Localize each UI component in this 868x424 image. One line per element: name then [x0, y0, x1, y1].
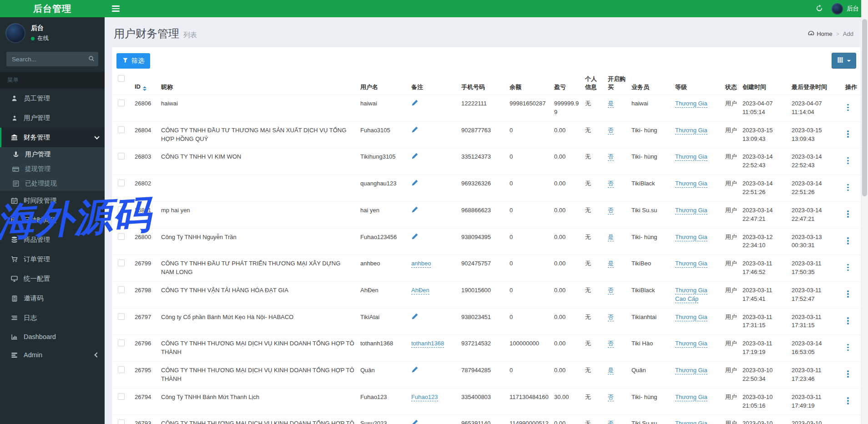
level-link[interactable]: Thương Gia [675, 234, 707, 241]
sidebar-item-timeslot-management[interactable]: 时间段管理 [0, 191, 105, 210]
breadcrumb-home-link[interactable]: Home [808, 30, 833, 38]
online-status-dot [31, 37, 35, 40]
note-link[interactable]: anhbeo [411, 260, 431, 268]
sidebar-item-dashboard[interactable]: Dashboard [0, 328, 105, 346]
row-actions-button[interactable] [845, 396, 851, 405]
level-link[interactable]: Thương Gia [675, 420, 707, 424]
row-checkbox[interactable] [118, 419, 125, 424]
search-input[interactable] [6, 52, 98, 66]
row-checkbox[interactable] [118, 126, 125, 133]
table-row: 26802quanghau12396932632600.00无否TikiBlac… [112, 175, 861, 202]
col-id[interactable]: ID [132, 71, 158, 95]
pencil-icon[interactable] [411, 180, 418, 189]
database-icon [10, 236, 19, 243]
row-checkbox[interactable] [118, 313, 125, 320]
row-checkbox[interactable] [118, 259, 125, 266]
purchase-toggle-link[interactable]: 否 [608, 314, 614, 321]
purchase-toggle-link[interactable]: 否 [608, 180, 614, 188]
sidebar-item-logs[interactable]: 日志 [0, 308, 105, 328]
pencil-icon[interactable] [411, 313, 418, 323]
cell-note: tothanh1368 [409, 335, 459, 362]
level-link[interactable]: Thương Gia [675, 260, 707, 268]
column-toggle-button[interactable] [832, 53, 856, 69]
purchase-toggle-link[interactable]: 是 [608, 234, 614, 241]
level-link[interactable]: Thương Gia [675, 100, 707, 108]
row-checkbox[interactable] [118, 180, 125, 186]
row-checkbox[interactable] [118, 206, 125, 213]
pencil-icon[interactable] [411, 419, 418, 424]
cell-purchase: 否 [605, 201, 629, 228]
sidebar-item-product-management[interactable]: 商品管理 [0, 230, 105, 249]
pencil-icon[interactable] [411, 366, 418, 376]
level-link[interactable]: Thương Gia [675, 367, 707, 374]
cell-profit: 0.00 [551, 308, 582, 335]
purchase-toggle-link[interactable]: 否 [608, 127, 614, 135]
purchase-toggle-link[interactable]: 否 [608, 340, 614, 348]
row-actions-button[interactable] [845, 343, 851, 352]
purchase-toggle-link[interactable]: 否 [608, 394, 614, 401]
level-link[interactable]: Thương Gia [675, 127, 707, 135]
pencil-icon[interactable] [411, 153, 418, 162]
purchase-toggle-link[interactable]: 否 [608, 153, 614, 161]
note-link[interactable]: AhĐen [411, 287, 429, 294]
note-link[interactable]: tothanh1368 [411, 340, 444, 348]
sidebar-item-finance-user-management[interactable]: 用户管理 [0, 147, 105, 162]
level-link[interactable]: Thương Gia [675, 340, 707, 348]
row-checkbox[interactable] [118, 286, 125, 293]
row-checkbox[interactable] [118, 366, 125, 373]
sidebar-item-withdraw-management[interactable]: 提现管理 [0, 162, 105, 176]
row-actions-button[interactable] [845, 183, 851, 192]
filter-button[interactable]: 筛选 [116, 53, 150, 69]
row-checkbox[interactable] [118, 233, 125, 240]
level-link[interactable]: Thương Gia [675, 394, 707, 401]
row-actions-button[interactable] [845, 316, 851, 325]
row-actions-button[interactable] [845, 103, 851, 112]
level-link[interactable]: Thương Gia [675, 180, 707, 188]
row-checkbox[interactable] [118, 153, 125, 160]
sidebar-item-staff-management[interactable]: 员工管理 [0, 89, 105, 108]
level-link[interactable]: Thương Gia [675, 314, 707, 321]
search-icon[interactable] [88, 55, 95, 63]
select-all-checkbox[interactable] [118, 75, 125, 82]
row-checkbox[interactable] [118, 393, 125, 400]
sidebar-item-ended-timeslot[interactable]: 已结时间段 [0, 210, 105, 230]
sidebar-item-processed-withdraw[interactable]: 已处理提现 [0, 176, 105, 191]
row-actions-button[interactable] [845, 156, 851, 165]
cell-profit: 0.00 [551, 201, 582, 228]
cell-salesman: Tiki- hùng [629, 148, 672, 175]
row-actions-button[interactable] [845, 369, 851, 379]
level-link[interactable]: Thương Gia [675, 153, 707, 161]
sidebar-item-admin[interactable]: Admin [0, 346, 105, 364]
pencil-icon[interactable] [411, 100, 418, 109]
purchase-toggle-link[interactable]: 否 [608, 420, 614, 424]
row-actions-button[interactable] [845, 236, 851, 245]
level-link[interactable]: Thương Gia [675, 207, 707, 214]
pencil-icon[interactable] [411, 206, 418, 216]
sidebar-toggle-button[interactable] [105, 0, 127, 17]
sidebar-item-user-management[interactable]: 用户管理 [0, 108, 105, 128]
row-actions-button[interactable] [845, 210, 851, 219]
row-actions-button[interactable] [845, 289, 851, 299]
cell-nickname: CÔNG TY TNHH VI KIM WON [158, 148, 358, 175]
refresh-button[interactable] [810, 0, 829, 17]
sidebar-item-order-management[interactable]: 订单管理 [0, 249, 105, 269]
cell-personal-info: 无 [582, 201, 605, 228]
purchase-toggle-link[interactable]: 是 [608, 367, 614, 374]
table-row: 26798CÔNG TY TNHH VẬN TẢI HÀNG HÓA ĐẠT G… [112, 281, 861, 308]
sidebar-item-finance-management[interactable]: 财务管理 [0, 128, 105, 147]
purchase-toggle-link[interactable]: 否 [608, 287, 614, 294]
row-checkbox[interactable] [118, 339, 125, 346]
row-actions-button[interactable] [845, 130, 851, 139]
purchase-toggle-link[interactable]: 否 [608, 207, 614, 214]
pencil-icon[interactable] [411, 126, 418, 136]
note-link[interactable]: Fuhao123 [411, 394, 438, 401]
pencil-icon[interactable] [411, 233, 418, 243]
sidebar-item-unified-config[interactable]: 统一配置 [0, 269, 105, 289]
sidebar-item-invite-code[interactable]: 邀请码 [0, 289, 105, 308]
row-actions-button[interactable] [845, 263, 851, 272]
scrollbar-thumb[interactable] [862, 19, 867, 196]
level-link[interactable]: Thương Gia Cao Cấp [675, 287, 707, 303]
row-checkbox[interactable] [118, 100, 125, 106]
purchase-toggle-link[interactable]: 是 [608, 100, 614, 108]
purchase-toggle-link[interactable]: 是 [608, 260, 614, 268]
